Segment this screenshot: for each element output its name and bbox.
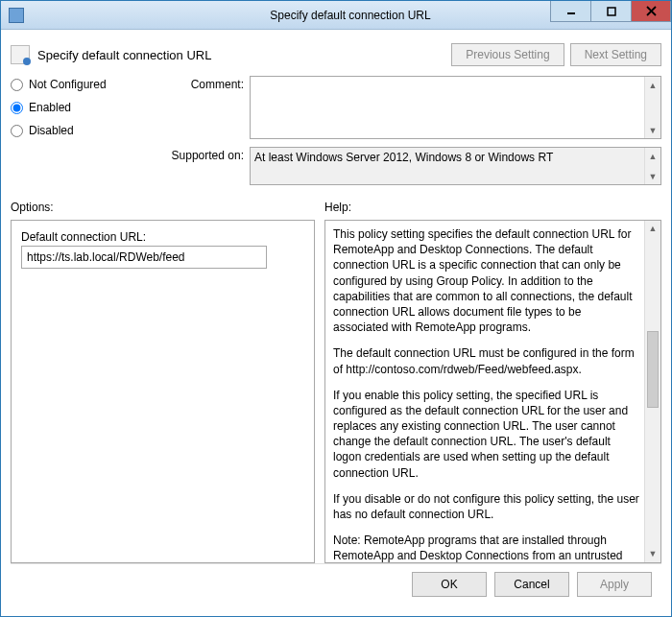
svg-line-2 xyxy=(647,7,656,15)
help-scrollbar[interactable]: ▲ ▼ xyxy=(644,221,660,562)
ok-button[interactable]: OK xyxy=(412,572,487,597)
help-paragraph: If you enable this policy setting, the s… xyxy=(333,388,639,481)
previous-setting-button[interactable]: Previous Setting xyxy=(451,43,564,66)
help-paragraph: Note: RemoteApp programs that are instal… xyxy=(333,533,639,563)
supported-label: Supported on: xyxy=(157,147,244,162)
apply-button[interactable]: Apply xyxy=(577,572,652,597)
app-icon xyxy=(9,8,24,23)
options-panel: Default connection URL: xyxy=(11,220,315,563)
radio-enabled[interactable]: Enabled xyxy=(11,101,140,114)
dialog-window: Specify default connection URL Specify d… xyxy=(0,0,672,617)
policy-name: Specify default connection URL xyxy=(37,48,211,62)
svg-line-3 xyxy=(647,7,656,15)
state-radio-group: Not Configured Enabled Disabled xyxy=(11,76,140,185)
help-label: Help: xyxy=(324,197,661,220)
cancel-button[interactable]: Cancel xyxy=(494,572,569,597)
radio-disabled[interactable]: Disabled xyxy=(11,124,140,137)
help-paragraph: This policy setting specifies the defaul… xyxy=(333,226,639,335)
policy-icon xyxy=(11,45,30,64)
scroll-down-icon[interactable]: ▼ xyxy=(645,122,660,138)
comment-scrollbar[interactable]: ▲ ▼ xyxy=(644,77,660,138)
scroll-down-icon[interactable]: ▼ xyxy=(645,546,660,562)
header-row: Specify default connection URL Previous … xyxy=(11,39,661,74)
close-button[interactable] xyxy=(631,1,671,22)
next-setting-button[interactable]: Next Setting xyxy=(570,43,661,66)
scroll-down-icon[interactable]: ▼ xyxy=(645,168,660,184)
maximize-button[interactable] xyxy=(590,1,631,22)
help-paragraph: If you disable or do not configure this … xyxy=(333,491,639,522)
svg-rect-1 xyxy=(608,8,615,15)
help-panel: This policy setting specifies the defaul… xyxy=(324,220,661,563)
default-url-input[interactable] xyxy=(21,246,267,269)
options-label: Options: xyxy=(11,197,315,220)
window-controls xyxy=(550,1,671,22)
help-paragraph: The default connection URL must be confi… xyxy=(333,345,639,376)
scrollbar-thumb[interactable] xyxy=(647,331,659,408)
comment-textarea[interactable]: ▲ ▼ xyxy=(250,76,661,139)
comment-label: Comment: xyxy=(157,76,244,91)
supported-textarea: At least Windows Server 2012, Windows 8 … xyxy=(250,147,661,185)
dialog-footer: OK Cancel Apply xyxy=(11,563,661,606)
scroll-up-icon[interactable]: ▲ xyxy=(645,77,660,93)
default-url-label: Default connection URL: xyxy=(21,230,304,244)
minimize-button[interactable] xyxy=(550,1,590,22)
scroll-up-icon[interactable]: ▲ xyxy=(645,148,660,164)
radio-not-configured[interactable]: Not Configured xyxy=(11,78,140,91)
titlebar: Specify default connection URL xyxy=(1,1,671,30)
supported-scrollbar[interactable]: ▲ ▼ xyxy=(644,148,660,184)
scroll-up-icon[interactable]: ▲ xyxy=(645,221,660,237)
